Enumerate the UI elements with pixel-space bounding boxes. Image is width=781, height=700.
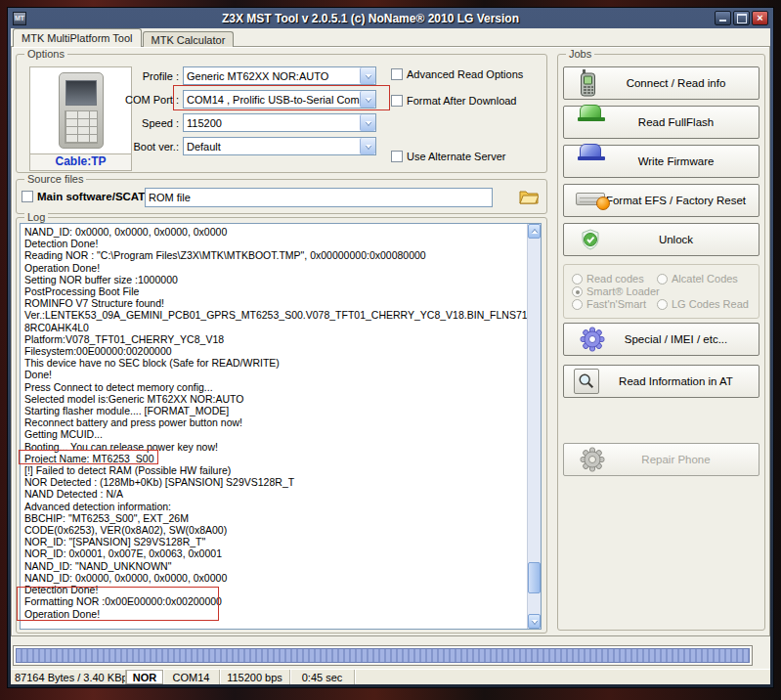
status-baud-rate: 115200 bps: [220, 670, 290, 684]
radio-label: LG Codes Read: [672, 298, 749, 310]
close-icon[interactable]: ×: [752, 11, 768, 25]
boot-ver-label: Boot ver.:: [69, 141, 179, 153]
client-area: MTK MultiPlatform Tool MTK Calculator Op…: [11, 28, 770, 684]
main-software-scat-checkbox[interactable]: Main software/SCAT: [22, 191, 145, 202]
log-line: NAND_ID: "NAND_UNKNOWN": [24, 560, 527, 572]
chevron-down-icon[interactable]: [360, 114, 375, 131]
read-information-at-button[interactable]: Read Information in AT: [563, 365, 759, 398]
chevron-down-icon[interactable]: [360, 67, 375, 84]
log-line: ROMINFO V7 Structure found!: [24, 297, 527, 309]
gear-gray-icon: [580, 447, 605, 472]
log-line: NOR Detected : (128Mb+0Kb) [SPANSION] S2…: [24, 476, 527, 488]
log-line: PostProcessing Boot File: [24, 285, 527, 297]
checkbox-box[interactable]: [391, 151, 403, 162]
phone-graphic: [59, 72, 104, 149]
log-line: [!] Failed to detect RAM (Possible HW fa…: [24, 464, 527, 476]
checkbox-label: Main software/SCAT: [37, 191, 145, 202]
write-firmware-button[interactable]: Write Firmware: [563, 145, 759, 178]
log-panel: NAND_ID: 0x0000, 0x0000, 0x0000, 0x0000D…: [20, 223, 542, 630]
open-folder-icon[interactable]: [518, 187, 540, 206]
log-line: Detection Done!: [24, 584, 527, 595]
log-line: Booting... You can release power key now…: [24, 441, 527, 453]
minimize-icon[interactable]: [715, 11, 731, 25]
speed-select[interactable]: 115200: [183, 113, 376, 132]
checkbox-box[interactable]: [391, 68, 403, 80]
format-efs-factory-reset-button[interactable]: Format EFS / Factory Reset: [563, 184, 759, 217]
boot-ver-select[interactable]: Default: [183, 137, 376, 155]
radio-smart-loader: Smart® Loader: [572, 285, 660, 297]
log-line: NOR_ID: "[SPANSION] S29VS128R_T": [24, 536, 527, 547]
progress-bar: [13, 645, 753, 666]
log-line: Detection Done!: [24, 238, 527, 249]
com-port-select[interactable]: COM14 , Prolific USB-to-Serial Comm Po: [183, 90, 376, 109]
scroll-down-button[interactable]: [528, 614, 541, 629]
checkbox-box[interactable]: [22, 191, 33, 202]
unlock-button[interactable]: Unlock: [563, 223, 759, 256]
rom-file-input[interactable]: [145, 188, 493, 207]
com-port-label: COM Port :: [69, 94, 179, 106]
title-bar: MT Z3X MST Tool v 2.0.5.1 (c) NoName® 20…: [11, 8, 770, 28]
log-line: Reading NOR : "C:\Program Files\Z3X\MTK\…: [24, 249, 527, 261]
log-line: Press Connect to detect memory config...: [24, 381, 527, 393]
com-port-value: COM14 , Prolific USB-to-Serial Comm Po: [184, 94, 360, 106]
log-line: Operation Done!: [24, 262, 527, 274]
scroll-thumb[interactable]: [528, 562, 541, 593]
special-imei-button[interactable]: Special / IMEI / etc...: [563, 323, 759, 356]
log-scrollbar[interactable]: [527, 224, 541, 629]
app-window: MT Z3X MST Tool v 2.0.5.1 (c) NoName® 20…: [8, 8, 773, 687]
jobs-legend: Jobs: [566, 48, 594, 60]
connect-read-info-button[interactable]: Connect / Read info: [563, 66, 759, 100]
radio-lg-codes-read: LG Codes Read: [657, 298, 749, 310]
options-legend: Options: [24, 48, 67, 60]
log-output[interactable]: NAND_ID: 0x0000, 0x0000, 0x0000, 0x0000D…: [21, 224, 527, 629]
radio-label: Alcatel Codes: [672, 273, 738, 284]
status-bytes: 87164 Bytes / 3.40 KBps: [11, 670, 126, 684]
log-line: Starting flasher module.... [FORMAT_MODE…: [24, 405, 527, 416]
checkbox-label: Format After Download: [407, 95, 517, 107]
log-line: Getting MCUID...: [24, 428, 527, 440]
radio-icon: [657, 299, 668, 310]
log-line: Reconnect battery and press power button…: [24, 416, 527, 428]
radio-label: Fast'n'Smart: [586, 298, 646, 310]
profile-value: Generic MT62XX NOR:AUTO: [184, 70, 360, 82]
log-line: Done!: [24, 369, 527, 380]
log-line: Platform:V078_TFT01_CHERRY_YC8_V18: [24, 333, 527, 345]
chevron-down-icon[interactable]: [360, 138, 375, 154]
log-line: Ver.:LENTEK53_09A_GEMINI_PCB01_GPRS_MT62…: [24, 309, 527, 321]
status-nor: NOR: [126, 670, 163, 684]
phone-icon: [580, 69, 599, 97]
log-line: NAND Detected : N/A: [24, 488, 527, 500]
profile-select[interactable]: Generic MT62XX NOR:AUTO: [183, 66, 376, 85]
checkbox-box[interactable]: [391, 95, 403, 107]
radio-icon: [572, 299, 583, 310]
read-fullflash-button[interactable]: Read FullFlash: [563, 106, 759, 139]
checkbox-label: Advanced Read Options: [407, 68, 523, 80]
log-line: Formatting NOR :0x00E00000:0x00200000: [24, 595, 527, 607]
cable-type-label: Cable:TP: [29, 154, 132, 171]
speed-value: 115200: [184, 117, 360, 129]
log-line: Project Name: MT6253_S00: [24, 453, 527, 464]
advanced-read-options-checkbox[interactable]: Advanced Read Options: [391, 68, 523, 80]
log-legend: Log: [24, 211, 48, 223]
log-line: BBCHIP: "MT6253_S00", EXT_26M: [24, 512, 527, 524]
app-icon: MT: [13, 12, 26, 25]
log-line: Filesystem:00E00000:00200000: [24, 345, 527, 357]
log-line: NAND_ID: 0x0000, 0x0000, 0x0000, 0x0000: [24, 572, 527, 584]
format-after-download-checkbox[interactable]: Format After Download: [391, 95, 517, 107]
use-alternate-server-checkbox[interactable]: Use Alternate Server: [391, 151, 506, 162]
keyboard-icon: [576, 193, 605, 209]
scroll-up-button[interactable]: [528, 224, 541, 239]
tab-mtk-multiplatform-tool[interactable]: MTK MultiPlatform Tool: [13, 28, 142, 47]
log-line: 8RC0AHK4L0: [24, 322, 527, 333]
tab-mtk-calculator[interactable]: MTK Calculator: [143, 31, 235, 47]
log-line: CODE(0x6253), VER(0x8A02), SW(0x8A00): [24, 524, 527, 536]
status-com-port: COM14: [163, 670, 220, 684]
boot-ver-value: Default: [184, 141, 360, 153]
status-elapsed-time: 0:45 sec: [290, 670, 355, 684]
profile-label: Profile :: [69, 70, 179, 82]
chevron-down-icon[interactable]: [360, 91, 375, 108]
codes-mode-group: Read codes Smart® Loader Fast'n'Smart Al…: [563, 264, 759, 319]
log-line: NOR_ID: 0x0001, 0x007E, 0x0063, 0x0001: [24, 547, 527, 559]
status-bar: 87164 Bytes / 3.40 KBps NOR COM14 115200…: [11, 669, 770, 684]
maximize-icon[interactable]: [733, 11, 750, 25]
